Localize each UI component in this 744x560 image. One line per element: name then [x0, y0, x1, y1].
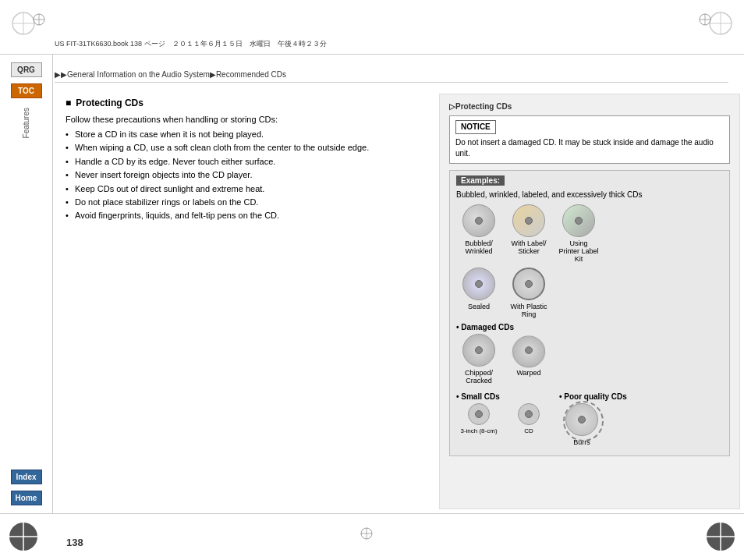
examples-box: Examples: Bubbled, wrinkled, labeled, an…: [449, 170, 730, 456]
info-panel-title: ▷Protecting CDs: [449, 102, 730, 111]
cd-label-chipped: Chipped/Cracked: [465, 369, 493, 385]
info-panel: ▷Protecting CDs NOTICE Do not insert a d…: [439, 94, 740, 509]
bullet-1: Store a CD in its case when it is not be…: [66, 129, 423, 140]
cd-item-smallcd: CD: [506, 403, 551, 434]
cd-img-sealed: [462, 268, 495, 300]
notice-text: Do not insert a damaged CD. It may be st…: [455, 137, 724, 159]
sidebar-item-qrg[interactable]: QRG: [11, 62, 42, 77]
cd-item-sealed: Sealed: [456, 268, 501, 310]
damaged-subtitle: • Damaged CDs: [456, 323, 723, 331]
cd-item-burrs: Burrs: [559, 403, 604, 446]
page-number: 138: [66, 537, 83, 548]
sidebar-item-toc[interactable]: TOC: [11, 83, 42, 98]
cd-row-1: Bubbled/Wrinkled With Label/Sticker Usin…: [456, 204, 723, 263]
cd-row-2: Sealed With Plastic Ring: [456, 268, 723, 318]
notice-label: NOTICE: [455, 120, 496, 134]
bullet-2: When wiping a CD, use a soft clean cloth…: [66, 142, 423, 154]
text-area: Protecting CDs Follow these precautions …: [53, 90, 435, 513]
cd-row-small: 3-inch (8-cm) CD: [456, 403, 551, 434]
bullet-4: Never insert foreign objects into the CD…: [66, 169, 423, 181]
cd-item-warped: Warped: [506, 334, 551, 377]
reg-mark-top-right: [697, 12, 713, 29]
cd-img-smallcd: [518, 403, 540, 425]
intro-text: Follow these precautions when handling o…: [66, 115, 423, 124]
cd-label-sealed: Sealed: [468, 303, 490, 310]
sidebar-item-home[interactable]: Home: [11, 491, 42, 505]
cd-img-3inch: [468, 403, 490, 425]
reg-mark-top-left: [31, 12, 47, 29]
small-poor-row: • Small CDs 3-inch (8-cm) CD: [456, 389, 723, 451]
poor-cd-col: • Poor quality CDs Burrs: [559, 389, 627, 451]
breadcrumb: ▶▶General Information on the Audio Syste…: [55, 70, 728, 83]
cd-item-plastic-ring: With Plastic Ring: [506, 268, 551, 318]
cd-row-3: Chipped/Cracked Warped: [456, 334, 723, 385]
file-path: US FIT-31TK6630.book 138 ページ ２０１１年６月１５日 …: [55, 39, 327, 49]
main-content: Protecting CDs Follow these precautions …: [53, 90, 744, 513]
bullet-7: Avoid fingerprints, liquids, and felt-ti…: [66, 210, 423, 222]
cd-label-plastic: With Plastic Ring: [506, 303, 551, 318]
cd-img-warped: [511, 335, 547, 367]
cd-item-chipped: Chipped/Cracked: [456, 334, 501, 385]
cd-label-warped: Warped: [516, 369, 540, 377]
cd-label-smallcd: CD: [524, 427, 533, 434]
examples-intro: Bubbled, wrinkled, labeled, and excessiv…: [456, 190, 723, 200]
examples-label: Examples:: [456, 175, 505, 186]
bullet-list: Store a CD in its case when it is not be…: [66, 129, 423, 222]
cd-img-plastic: [512, 268, 545, 300]
small-cd-col: • Small CDs 3-inch (8-cm) CD: [456, 389, 551, 451]
top-bar: US FIT-31TK6630.book 138 ページ ２０１１年６月１５日 …: [0, 0, 744, 55]
poor-subtitle: • Poor quality CDs: [559, 392, 627, 401]
cd-row-poor: Burrs: [559, 403, 627, 446]
reg-mark-bottom-center: [359, 526, 374, 543]
cd-img-printer: [562, 204, 595, 237]
cd-img-bubbled: [462, 204, 495, 237]
sidebar-item-index[interactable]: Index: [11, 470, 42, 484]
cd-label-bubbled: Bubbled/Wrinkled: [465, 239, 493, 255]
bullet-5: Keep CDs out of direct sunlight and extr…: [66, 183, 423, 195]
cd-item-3inch: 3-inch (8-cm): [456, 403, 501, 434]
cd-label-labeled: With Label/Sticker: [511, 239, 546, 255]
cd-item-printer: UsingPrinter LabelKit: [556, 204, 601, 263]
cd-img-burrs: [565, 403, 598, 436]
section-title: Protecting CDs: [66, 97, 423, 108]
cd-item-bubbled: Bubbled/Wrinkled: [456, 204, 501, 255]
cd-label-printer: UsingPrinter LabelKit: [558, 239, 598, 263]
small-subtitle: • Small CDs: [456, 392, 551, 401]
cd-label-3inch: 3-inch (8-cm): [460, 427, 497, 434]
cd-img-chipped: [462, 334, 495, 367]
bullet-6: Do not place stabilizer rings or labels …: [66, 197, 423, 208]
notice-box: NOTICE Do not insert a damaged CD. It ma…: [449, 115, 730, 164]
bottom-bar: 138: [0, 513, 744, 560]
left-sidebar: QRG TOC Features Index Home: [0, 55, 53, 513]
sidebar-features-label: Features: [22, 108, 30, 138]
bullet-3: Handle a CD by its edge. Never touch eit…: [66, 156, 423, 168]
cd-item-labeled: With Label/Sticker: [506, 204, 551, 255]
cd-img-labeled: [512, 204, 545, 237]
